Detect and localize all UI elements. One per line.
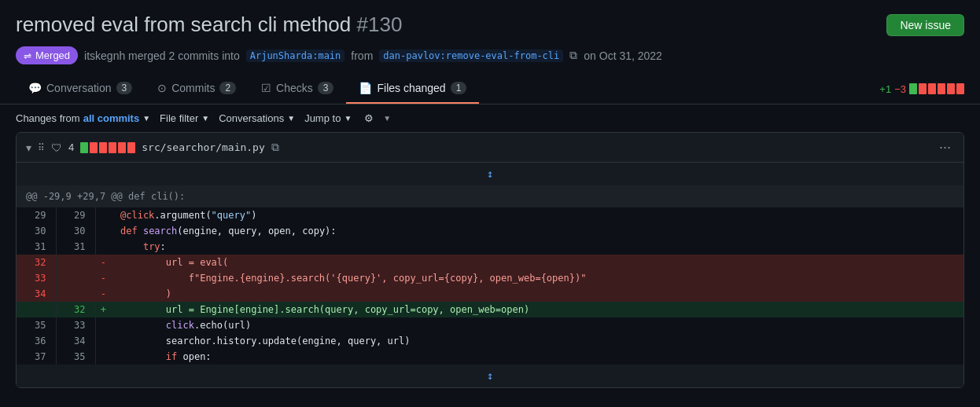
file-block-6: [127, 142, 135, 153]
line-marker: [95, 207, 111, 223]
line-marker: -: [95, 286, 111, 302]
expand-up-icon: ↕: [487, 167, 493, 180]
file-diff-blocks: [80, 142, 135, 153]
new-line-num: 32: [56, 302, 95, 317]
chevron-down-icon-4: ▼: [344, 114, 352, 123]
tab-commits[interactable]: ⊙ Commits 2: [145, 74, 249, 104]
diff-block-3: [928, 83, 936, 94]
additions-count: +1: [879, 83, 891, 95]
checks-icon: ☑: [261, 82, 271, 94]
code-line-31-31: 31 31 try:: [17, 239, 963, 255]
code-line-37-35: 37 35 if open:: [17, 349, 963, 365]
diff-block-1: [909, 83, 917, 94]
code-line-added-32: 32 + url = Engine[engine].search(query, …: [17, 302, 963, 317]
new-line-num: [56, 286, 95, 302]
tabs-bar: 💬 Conversation 3 ⊙ Commits 2 ☑ Checks 3 …: [0, 74, 980, 104]
file-diff: ▾ ⠿ 🛡 4 src/searchor/main.py ⧉ ··· ↕: [16, 132, 964, 388]
diff-controls: Changes from all commits ▼ File filter ▼…: [0, 104, 980, 132]
tab-conversation[interactable]: 💬 Conversation 3: [16, 74, 145, 104]
new-issue-button[interactable]: New issue: [886, 14, 964, 36]
head-branch-link[interactable]: dan-pavlov:remove-eval-from-cli: [379, 50, 563, 62]
old-line-num: 36: [17, 333, 56, 349]
tab-conversation-count: 3: [116, 82, 133, 94]
file-block-1: [80, 142, 88, 153]
shield-icon: 🛡: [51, 141, 62, 154]
new-line-num: 31: [56, 239, 95, 255]
pr-number: #130: [357, 13, 403, 36]
context-header-row: @@ -29,9 +29,7 @@ def cli():: [17, 185, 963, 207]
jump-to-control[interactable]: Jump to ▼: [304, 112, 352, 124]
tab-files-changed[interactable]: 📄 Files changed 1: [346, 74, 479, 104]
merge-icon: ⇌: [24, 50, 31, 61]
old-line-num: 34: [17, 286, 56, 302]
page-title: removed eval from search cli method #130: [16, 13, 402, 37]
chevron-down-icon-5: ▼: [383, 114, 391, 123]
copy-icon: ⧉: [569, 49, 577, 62]
code-line-35-33: 35 33 click.echo(url): [17, 317, 963, 333]
tab-commits-label: Commits: [171, 82, 215, 94]
file-block-4: [109, 142, 116, 153]
code-line-29-29: 29 29 @click.argument("query"): [17, 207, 963, 223]
conversation-icon: 💬: [28, 82, 42, 94]
tab-checks[interactable]: ☑ Checks 3: [249, 74, 346, 104]
expand-row-top[interactable]: ↕: [17, 163, 963, 185]
settings-icon[interactable]: ⚙: [364, 112, 374, 124]
code-line-30-30: 30 30 def search(engine, query, open, co…: [17, 223, 963, 239]
line-code: click.echo(url): [111, 317, 963, 333]
diff-block-2: [919, 83, 927, 94]
expand-row-bottom[interactable]: ↕: [17, 365, 963, 387]
line-marker: -: [95, 270, 111, 286]
deletions-count: −3: [894, 83, 906, 95]
page-header: removed eval from search cli method #130…: [0, 0, 980, 43]
merged-badge: ⇌ Merged: [16, 46, 78, 64]
line-code: ): [111, 286, 963, 302]
chevron-down-icon: ▼: [142, 114, 150, 123]
line-marker: -: [95, 255, 111, 270]
tab-files-changed-label: Files changed: [377, 82, 445, 94]
line-code: @click.argument("query"): [111, 207, 963, 223]
changes-from-control[interactable]: Changes from all commits ▼: [16, 112, 150, 124]
code-line-36-34: 36 34 searchor.history.update(engine, qu…: [17, 333, 963, 349]
conversations-control[interactable]: Conversations ▼: [219, 112, 295, 124]
line-marker: [95, 317, 111, 333]
file-block-2: [90, 142, 98, 153]
base-branch-link[interactable]: ArjunSharda:main: [246, 50, 345, 62]
line-marker: [95, 333, 111, 349]
line-marker: [95, 349, 111, 365]
pr-description: itskegnh merged 2 commits into: [84, 50, 240, 62]
commits-icon: ⊙: [157, 82, 167, 94]
file-block-5: [118, 142, 126, 153]
copy-path-icon[interactable]: ⧉: [271, 141, 279, 154]
code-line-32-removed: 32 - url = eval(: [17, 255, 963, 270]
chevron-down-icon-2: ▼: [201, 114, 209, 123]
new-line-num: 35: [56, 349, 95, 365]
diff-block-4: [938, 83, 945, 94]
file-header: ▾ ⠿ 🛡 4 src/searchor/main.py ⧉ ···: [17, 133, 963, 163]
old-line-num: [17, 302, 56, 317]
file-filter-control[interactable]: File filter ▼: [160, 112, 209, 124]
diff-block-5: [947, 83, 955, 94]
tab-commits-count: 2: [219, 82, 236, 94]
chevron-down-icon-3: ▼: [287, 114, 295, 123]
tab-checks-count: 3: [318, 82, 334, 94]
files-changed-icon: 📄: [359, 82, 372, 94]
line-marker: [95, 239, 111, 255]
new-line-num: 33: [56, 317, 95, 333]
code-line-33-removed: 33 - f"Engine.{engine}.search('{query}',…: [17, 270, 963, 286]
new-line-num: [56, 270, 95, 286]
line-code: if open:: [111, 349, 963, 365]
tab-checks-label: Checks: [276, 82, 313, 94]
old-line-num: 31: [17, 239, 56, 255]
old-line-num: 30: [17, 223, 56, 239]
line-code: searchor.history.update(engine, query, u…: [111, 333, 963, 349]
file-block-3: [99, 142, 107, 153]
old-line-num: 32: [17, 255, 56, 270]
old-line-num: 33: [17, 270, 56, 286]
expand-toggle-icon[interactable]: ▾: [26, 141, 31, 154]
line-code: url = eval(: [111, 255, 963, 270]
line-marker: +: [95, 302, 111, 317]
file-more-button[interactable]: ···: [936, 139, 954, 156]
code-line-34-removed: 34 - ): [17, 286, 963, 302]
new-line-num: [56, 255, 95, 270]
new-line-num: 30: [56, 223, 95, 239]
